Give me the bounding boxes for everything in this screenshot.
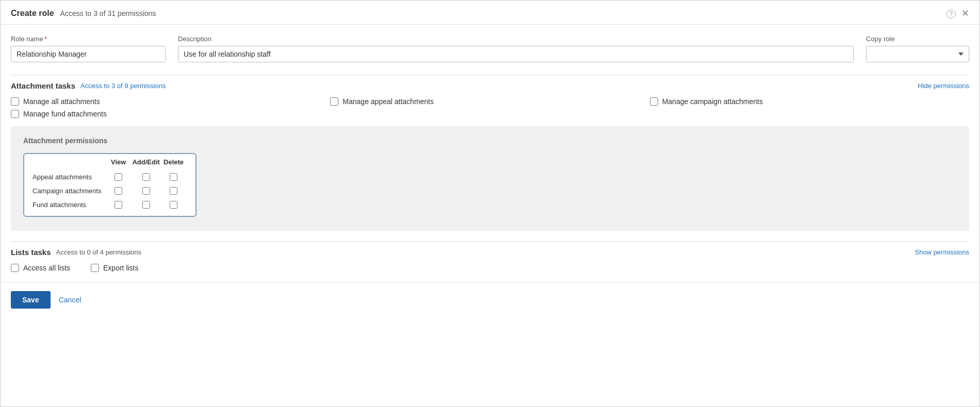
permission-item-manage-campaign: Manage campaign attachments <box>650 97 969 106</box>
appeal-view-checkbox[interactable] <box>115 173 122 181</box>
section-divider-1 <box>11 75 969 75</box>
permission-item-manage-all: Manage all attachments <box>11 97 330 106</box>
role-name-input[interactable] <box>11 46 166 62</box>
permission-item-manage-appeal: Manage appeal attachments <box>330 97 649 106</box>
help-icon: ? <box>946 9 956 19</box>
modal-subtitle: Access to 3 of 31 permissions <box>60 9 156 18</box>
manage-campaign-label: Manage campaign attachments <box>662 97 763 106</box>
campaign-view-checkbox[interactable] <box>115 187 122 195</box>
perms-col-spacer <box>32 158 105 166</box>
close-icon: ✕ <box>961 8 969 19</box>
modal-footer: Save Cancel <box>1 282 979 317</box>
table-row: Campaign attachments <box>24 184 195 198</box>
fund-view-cell <box>105 201 132 209</box>
perms-table-wrapper: View Add/Edit Delete <box>23 153 197 217</box>
col-delete-header: Delete <box>160 158 187 166</box>
role-name-label: Role name* <box>11 35 166 43</box>
attachment-permissions-title: Attachment permissions <box>23 137 957 145</box>
copy-role-label: Copy role <box>866 35 969 43</box>
manage-appeal-label: Manage appeal attachments <box>342 97 434 106</box>
appeal-add-edit-cell <box>132 173 159 181</box>
perms-table-header-row: View Add/Edit Delete <box>24 154 195 168</box>
table-row: Appeal attachments <box>24 170 195 184</box>
access-all-lists-label: Access all lists <box>23 264 70 272</box>
campaign-delete-checkbox[interactable] <box>170 187 177 195</box>
modal-title: Create role <box>11 9 54 18</box>
copy-role-select[interactable] <box>866 46 969 62</box>
attachment-tasks-section: Attachment tasks Access to 3 of 9 permis… <box>11 81 969 231</box>
fund-add-edit-checkbox[interactable] <box>142 201 150 209</box>
lists-tasks-header: Lists tasks Access to 0 of 4 permissions… <box>11 248 969 257</box>
show-permissions-button[interactable]: Show permissions <box>915 248 970 256</box>
manage-all-label: Manage all attachments <box>23 97 100 106</box>
perms-table-body: Appeal attachments <box>24 168 195 216</box>
help-button[interactable]: ? <box>946 9 956 19</box>
manage-fund-label: Manage fund attachments <box>23 110 107 118</box>
appeal-view-cell <box>105 173 132 181</box>
campaign-view-cell <box>105 187 132 195</box>
appeal-add-edit-checkbox[interactable] <box>142 173 150 181</box>
modal-header: Create role Access to 3 of 31 permission… <box>1 1 979 25</box>
required-star: * <box>44 35 47 43</box>
hide-permissions-button[interactable]: Hide permissions <box>918 82 969 90</box>
row-label-fund: Fund attachments <box>32 201 105 209</box>
attachment-tasks-title: Attachment tasks <box>11 81 75 90</box>
manage-campaign-checkbox[interactable] <box>650 97 658 106</box>
lists-tasks-access: Access to 0 of 4 permissions <box>56 248 141 256</box>
appeal-delete-cell <box>160 173 187 181</box>
lists-permissions-row: Access all lists Export lists <box>11 264 969 272</box>
campaign-delete-cell <box>160 187 187 195</box>
export-lists-label: Export lists <box>103 264 138 272</box>
perms-table: View Add/Edit Delete <box>23 153 197 217</box>
row-label-appeal: Appeal attachments <box>32 173 105 181</box>
manage-fund-checkbox[interactable] <box>11 110 19 118</box>
permission-item-manage-fund: Manage fund attachments <box>11 110 330 118</box>
close-button[interactable]: ✕ <box>961 9 969 18</box>
section-divider-2 <box>11 241 969 242</box>
manage-all-checkbox[interactable] <box>11 97 19 106</box>
cancel-button[interactable]: Cancel <box>57 291 84 309</box>
save-button[interactable]: Save <box>11 291 51 309</box>
lists-tasks-title: Lists tasks <box>11 248 51 257</box>
campaign-add-edit-checkbox[interactable] <box>142 187 150 195</box>
fund-add-edit-cell <box>132 201 159 209</box>
fund-delete-cell <box>160 201 187 209</box>
description-label: Description <box>178 35 854 43</box>
lists-tasks-header-left: Lists tasks Access to 0 of 4 permissions <box>11 248 141 257</box>
form-row: Role name* Description Copy role <box>11 35 969 62</box>
fund-delete-checkbox[interactable] <box>170 201 177 209</box>
col-add-edit-header: Add/Edit <box>132 158 159 166</box>
attachment-tasks-header-left: Attachment tasks Access to 3 of 9 permis… <box>11 81 166 90</box>
attachment-permissions-box: Attachment permissions View Add/Edit <box>11 126 969 231</box>
attachment-tasks-header: Attachment tasks Access to 3 of 9 permis… <box>11 81 969 90</box>
access-all-lists-checkbox[interactable] <box>11 264 19 272</box>
copy-role-group: Copy role <box>866 35 969 62</box>
description-group: Description <box>178 35 854 62</box>
lists-tasks-section: Lists tasks Access to 0 of 4 permissions… <box>11 248 969 272</box>
permission-item-export-lists: Export lists <box>91 264 138 272</box>
col-view-header: View <box>105 158 132 166</box>
role-name-group: Role name* <box>11 35 166 62</box>
table-row: Fund attachments <box>24 198 195 212</box>
campaign-add-edit-cell <box>132 187 159 195</box>
manage-appeal-checkbox[interactable] <box>330 97 338 106</box>
description-input[interactable] <box>178 46 854 62</box>
fund-view-checkbox[interactable] <box>115 201 122 209</box>
row-label-campaign: Campaign attachments <box>32 187 105 195</box>
attachment-permissions-grid: Manage all attachments Manage appeal att… <box>11 97 969 118</box>
export-lists-checkbox[interactable] <box>91 264 99 272</box>
create-role-modal: Create role Access to 3 of 31 permission… <box>0 0 980 407</box>
attachment-tasks-access: Access to 3 of 9 permissions <box>80 82 166 90</box>
modal-body: Role name* Description Copy role Attachm… <box>1 25 979 282</box>
appeal-delete-checkbox[interactable] <box>170 173 177 181</box>
permission-item-access-all-lists: Access all lists <box>11 264 70 272</box>
